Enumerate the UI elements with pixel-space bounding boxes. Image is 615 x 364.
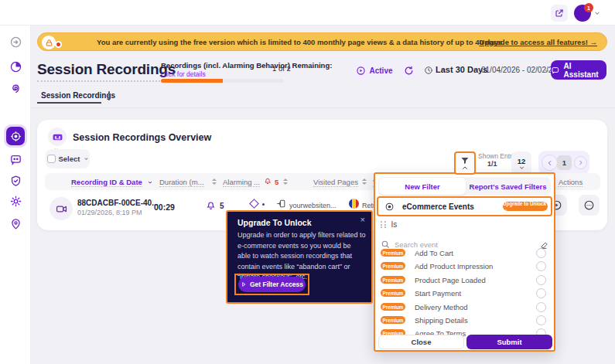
event-label: Add To Cart	[415, 249, 536, 257]
event-radio[interactable]	[536, 288, 546, 298]
quota-details-link[interactable]: Click for details	[161, 70, 206, 78]
ai-assistant-label: AI Assistant	[564, 62, 606, 79]
pagination-prev-button[interactable]	[542, 155, 558, 171]
filter-type-selector[interactable]: eCommerce Events Upgrade to Unlock →	[377, 196, 552, 216]
event-option-start-payment[interactable]: Premium Start Payment	[378, 287, 551, 299]
sidebar-item-session-recordings[interactable]	[4, 124, 27, 148]
premium-badge: Premium	[381, 249, 405, 257]
banner-upgrade-link[interactable]: Upgrade to access all features! →	[479, 38, 597, 46]
premium-badge: Premium	[381, 303, 405, 311]
event-option-add-to-cart[interactable]: Premium Add To Cart	[378, 247, 551, 259]
select-all-checkbox[interactable]	[47, 155, 56, 163]
target-icon	[384, 202, 395, 212]
play-outline-icon	[241, 281, 247, 287]
sidebar-item-dashboard[interactable]	[7, 58, 24, 75]
event-radio[interactable]	[536, 302, 546, 312]
clock-icon	[424, 66, 433, 75]
account-chevron-down-icon[interactable]	[593, 9, 601, 17]
event-radio[interactable]	[536, 261, 546, 271]
notification-badge: 1	[584, 3, 593, 12]
quota-progress-bar	[161, 79, 284, 83]
active-filter-button[interactable]: Active	[353, 62, 396, 80]
external-link-icon	[555, 9, 564, 18]
drag-handle-icon[interactable]	[381, 221, 387, 228]
sidebar-item-visitor-location[interactable]	[7, 215, 24, 232]
event-option-delivery-method[interactable]: Premium Delivery Method	[378, 301, 551, 313]
event-label: Add Product Impression	[415, 262, 536, 270]
select-dropdown[interactable]: Select	[46, 149, 90, 168]
quota-value: 1 of 2	[272, 64, 291, 73]
event-option-product-page-loaded[interactable]: Premium Product Page Loaded	[378, 274, 551, 286]
sidebar-item-privacy[interactable]	[7, 172, 24, 189]
page-size-dropdown[interactable]: 12	[511, 151, 531, 175]
chat-icon	[551, 66, 560, 75]
sidebar-item-settings[interactable]	[7, 192, 24, 209]
event-radio[interactable]	[536, 275, 546, 285]
event-label: Delivery Method	[415, 303, 536, 311]
sidebar-collapse-icon[interactable]	[7, 33, 24, 50]
sort-duration-icon[interactable]	[212, 179, 217, 185]
share-button[interactable]	[551, 5, 568, 22]
col-recording-id[interactable]: Recording ID & Date	[71, 178, 142, 187]
select-chevron-down-icon	[84, 156, 89, 162]
date-chevron-down-icon[interactable]	[544, 68, 550, 74]
pagination-next-button[interactable]	[574, 156, 587, 169]
filter-submit-button[interactable]: Submit	[466, 335, 552, 349]
funnel-chevron-up-icon	[462, 165, 468, 170]
recording-id[interactable]: 88CDACBF-00CE-40...	[77, 199, 158, 207]
sort-alarming-icon[interactable]	[283, 179, 288, 185]
session-recordings-icon	[6, 127, 25, 145]
col-actions[interactable]: Actions	[559, 178, 583, 187]
overview-title: Session Recordings Overview	[73, 132, 211, 143]
free-version-banner: You are currently using the free version…	[37, 32, 607, 51]
tab-saved-filters[interactable]: Report's Saved Filters	[466, 178, 550, 195]
condition-row[interactable]: Is	[381, 220, 397, 229]
select-label: Select	[59, 155, 80, 163]
row-alarm-count: 5	[220, 202, 224, 210]
event-radio[interactable]	[536, 315, 546, 325]
tab-active-underline	[37, 102, 101, 104]
col-visited-pages[interactable]: Visited Pages	[313, 178, 358, 187]
event-label: Shipping Details	[415, 316, 536, 325]
sidebar-item-feedback[interactable]	[7, 151, 24, 168]
tab-kebab-menu[interactable]	[104, 90, 114, 101]
visitor-country-flag-icon	[349, 199, 359, 209]
quota-progress-fill	[161, 79, 223, 83]
active-label: Active	[369, 66, 392, 75]
alarm-bell-icon	[205, 199, 217, 211]
premium-badge: Premium	[381, 262, 405, 270]
sidebar	[0, 26, 31, 364]
event-label: Start Payment	[415, 289, 536, 298]
tab-new-filter[interactable]: New Filter	[379, 178, 466, 195]
visited-page-url[interactable]: yourwebsiten...	[289, 202, 337, 209]
funnel-icon	[460, 156, 470, 165]
tooltip-title: Upgrade To Unlock	[237, 218, 311, 227]
tooltip-close-icon[interactable]: ×	[360, 215, 365, 224]
filter-funnel-button[interactable]	[454, 151, 476, 175]
record-dot-icon	[55, 41, 62, 48]
event-option-add-product-impression[interactable]: Premium Add Product Impression	[378, 260, 551, 272]
col-duration[interactable]: Duration (m...	[159, 178, 204, 187]
sort-desc-icon[interactable]	[147, 179, 153, 185]
upgrade-tooltip: Upgrade To Unlock × Upgrade in order to …	[226, 210, 373, 304]
premium-badge: Premium	[381, 316, 405, 324]
event-radio[interactable]	[536, 248, 546, 258]
lock-icon	[42, 36, 56, 49]
sidebar-item-visitor-behavior[interactable]	[7, 80, 24, 97]
tabs-divider	[31, 107, 615, 108]
filter-close-button[interactable]: Close	[378, 335, 464, 349]
date-range-preset[interactable]: Last 30 Days	[436, 65, 487, 74]
premium-badge: Premium	[381, 276, 405, 284]
event-label: Product Page Loaded	[415, 276, 536, 284]
event-option-shipping-details[interactable]: Premium Shipping Details	[378, 314, 551, 326]
row-more-actions-button[interactable]	[579, 195, 600, 216]
refresh-button[interactable]	[400, 62, 418, 80]
quota-label: Recordings (incl. Alarming Behavior) Rem…	[161, 61, 332, 70]
premium-badge: Premium	[381, 289, 405, 297]
upgrade-to-unlock-pill[interactable]: Upgrade to Unlock →	[503, 202, 548, 211]
col-alarming[interactable]: Alarming ...	[223, 178, 260, 187]
get-filter-access-button[interactable]: Get Filter Access	[238, 277, 306, 292]
ai-assistant-button[interactable]: AI Assistant	[551, 60, 606, 80]
pagination-page-1[interactable]: 1	[557, 155, 572, 170]
sort-visited-icon[interactable]	[362, 179, 367, 185]
